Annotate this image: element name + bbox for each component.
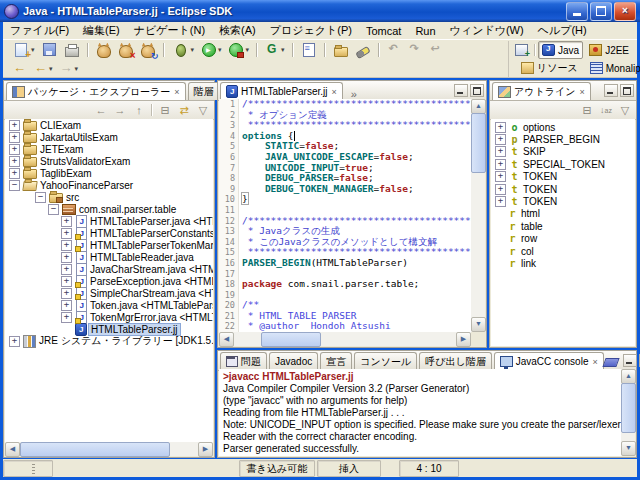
package-tree[interactable]: +CLIExam+JakartaUtilsExam+JETExam+Struts… bbox=[5, 119, 213, 442]
scroll-right-arrow[interactable]: ▶ bbox=[456, 332, 471, 347]
outline-item[interactable]: rrow bbox=[491, 233, 635, 245]
perspective-リソース[interactable]: リソース bbox=[517, 59, 582, 77]
print-button[interactable] bbox=[61, 40, 83, 60]
back-gold-button[interactable]: ▾ bbox=[30, 59, 56, 79]
tree-item[interactable]: +TokenMgrError.java <HTMLTabl bbox=[5, 311, 213, 323]
outline-item[interactable]: rcol bbox=[491, 245, 635, 257]
debug-button[interactable]: ▾ bbox=[169, 40, 198, 60]
back-arrow-icon[interactable]: ← bbox=[94, 104, 108, 116]
expander-icon[interactable]: + bbox=[61, 228, 72, 239]
tab-問題[interactable]: 問題 bbox=[220, 352, 267, 370]
tab-outline[interactable]: アウトライン × bbox=[492, 82, 591, 100]
tab-package-explorer[interactable]: パッケージ・エクスプローラー × bbox=[6, 82, 186, 100]
tree-item[interactable]: +SimpleCharStream.java <HTML bbox=[5, 287, 213, 299]
forward-arrow-icon[interactable]: → bbox=[113, 104, 127, 116]
collapse-all-icon[interactable]: ⊟ bbox=[580, 104, 594, 117]
tree-item[interactable]: +StrutsValidatorExam bbox=[5, 155, 213, 167]
expander-icon[interactable]: + bbox=[61, 312, 72, 323]
perspective-J2EE[interactable]: J2EE bbox=[585, 41, 633, 59]
expander-icon[interactable]: + bbox=[9, 144, 20, 155]
expander-icon[interactable]: + bbox=[9, 132, 20, 143]
restore-button[interactable] bbox=[590, 2, 612, 21]
menu-item-検索(A)[interactable]: 検索(A) bbox=[212, 22, 263, 39]
outline-item[interactable]: +ooptions bbox=[491, 121, 635, 133]
tab-コンソール[interactable]: コンソール bbox=[354, 352, 417, 370]
generate-parser-button[interactable]: ▾ bbox=[262, 40, 288, 60]
tree-item[interactable]: +HTMLTableParserConstants.jav bbox=[5, 227, 213, 239]
menu-item-ウィンドウ(W)[interactable]: ウィンドウ(W) bbox=[443, 22, 531, 39]
tab-editor-htmltableparser-jj[interactable]: HTMLTableParser.jj × bbox=[220, 82, 343, 100]
tree-item[interactable]: +ParseException.java <HTMLTab bbox=[5, 275, 213, 287]
menu-item-Run[interactable]: Run bbox=[408, 24, 442, 38]
expander-icon[interactable]: + bbox=[495, 122, 506, 133]
tree-item[interactable]: +TaglibExam bbox=[5, 167, 213, 179]
expander-icon[interactable]: − bbox=[9, 180, 20, 191]
outline-item[interactable]: +tTOKEN bbox=[491, 183, 635, 195]
maximize-view-button[interactable] bbox=[470, 84, 484, 97]
scroll-thumb[interactable] bbox=[261, 332, 321, 347]
scroll-down-arrow[interactable]: ▼ bbox=[471, 317, 486, 332]
editor-vscrollbar[interactable]: ▲ ▼ bbox=[471, 99, 485, 332]
next-annotation-button[interactable] bbox=[405, 40, 426, 60]
expander-icon[interactable]: + bbox=[61, 216, 72, 227]
tab-Javadoc[interactable]: Javadoc bbox=[269, 352, 318, 370]
tree-item[interactable]: −src bbox=[5, 191, 213, 203]
external-tools-button[interactable]: ▾ bbox=[225, 40, 253, 60]
scroll-down-arrow[interactable]: ▼ bbox=[621, 441, 636, 456]
code-lines[interactable]: 1/**************************************… bbox=[219, 99, 471, 332]
run-button[interactable]: ▾ bbox=[197, 40, 225, 60]
outline-item[interactable]: +pPARSER_BEGIN bbox=[491, 133, 635, 145]
menu-item-編集(E)[interactable]: 編集(E) bbox=[76, 22, 127, 39]
outline-tree[interactable]: +ooptions+pPARSER_BEGIN+tSKIP+tSPECIAL_T… bbox=[491, 119, 635, 346]
console-vscrollbar[interactable]: ▲ ▼ bbox=[621, 369, 635, 456]
expander-icon[interactable]: + bbox=[495, 184, 506, 195]
dropdown-arrow-icon[interactable]: ▾ bbox=[49, 65, 53, 73]
tree-item[interactable]: +HTMLTableParser.java <HTMLT bbox=[5, 215, 213, 227]
expander-icon[interactable]: + bbox=[495, 134, 506, 145]
go-up-icon[interactable]: ↑ bbox=[132, 104, 146, 116]
outline-item[interactable]: +tSKIP bbox=[491, 146, 635, 158]
outline-item[interactable]: rhtml bbox=[491, 208, 635, 220]
dropdown-arrow-icon[interactable]: ▾ bbox=[191, 46, 195, 54]
perspective-Monalipse[interactable]: Monalipse bbox=[586, 59, 640, 77]
close-icon[interactable]: × bbox=[332, 87, 337, 97]
outline-item[interactable]: +tTOKEN bbox=[491, 171, 635, 183]
outline-item[interactable]: +tSPECIAL_TOKEN bbox=[491, 158, 635, 170]
resize-grip[interactable] bbox=[32, 464, 35, 474]
view-menu-icon[interactable]: ▽ bbox=[618, 104, 632, 117]
console-output[interactable]: >javacc HTMLTableParser.jjJava Compiler … bbox=[219, 369, 621, 456]
expander-icon[interactable]: + bbox=[61, 252, 72, 263]
tree-item[interactable]: +JavaCharStream.java <HTMLTa bbox=[5, 263, 213, 275]
last-edit-button[interactable] bbox=[426, 40, 447, 60]
open-resource-button[interactable] bbox=[330, 40, 352, 60]
scroll-thumb[interactable] bbox=[621, 383, 636, 433]
scroll-thumb[interactable] bbox=[471, 113, 486, 173]
menu-item-プロジェクト(P)[interactable]: プロジェクト(P) bbox=[263, 22, 359, 39]
collapse-all-icon[interactable]: ⊟ bbox=[158, 104, 172, 117]
maximize-view-button[interactable] bbox=[620, 84, 634, 97]
editor-hscrollbar[interactable]: ◀ ▶ bbox=[219, 332, 471, 346]
expander-icon[interactable]: + bbox=[61, 240, 72, 251]
close-icon[interactable]: × bbox=[174, 87, 179, 97]
outline-item[interactable]: rlink bbox=[491, 257, 635, 269]
menu-item-Tomcat[interactable]: Tomcat bbox=[359, 24, 408, 38]
tab-呼び出し階層[interactable]: 呼び出し階層 bbox=[419, 352, 491, 370]
expander-icon[interactable]: + bbox=[9, 156, 20, 167]
tab-宣言[interactable]: 宣言 bbox=[320, 352, 352, 370]
expander-icon[interactable]: + bbox=[495, 159, 506, 170]
expander-icon[interactable]: + bbox=[495, 171, 506, 182]
menu-item-ナビゲート(N)[interactable]: ナビゲート(N) bbox=[127, 22, 212, 39]
expander-icon[interactable]: + bbox=[495, 146, 506, 157]
tree-item[interactable]: −YahooFinanceParser bbox=[5, 179, 213, 191]
expander-icon[interactable]: + bbox=[61, 276, 72, 287]
tree-item[interactable]: −com.snail.parser.table bbox=[5, 203, 213, 215]
expander-icon[interactable]: + bbox=[9, 168, 20, 179]
tree-item[interactable]: +JakartaUtilsExam bbox=[5, 131, 213, 143]
minimize-view-button[interactable] bbox=[604, 84, 618, 97]
scroll-up-arrow[interactable]: ▲ bbox=[621, 369, 636, 384]
tab-JavaCC console[interactable]: JavaCC console× bbox=[494, 352, 604, 370]
back-gold-button[interactable] bbox=[9, 59, 30, 79]
expander-icon[interactable]: − bbox=[35, 192, 46, 203]
outline-item[interactable]: +tTOKEN bbox=[491, 195, 635, 207]
package-tree-hscrollbar[interactable]: ◀ ▶ bbox=[5, 442, 213, 456]
